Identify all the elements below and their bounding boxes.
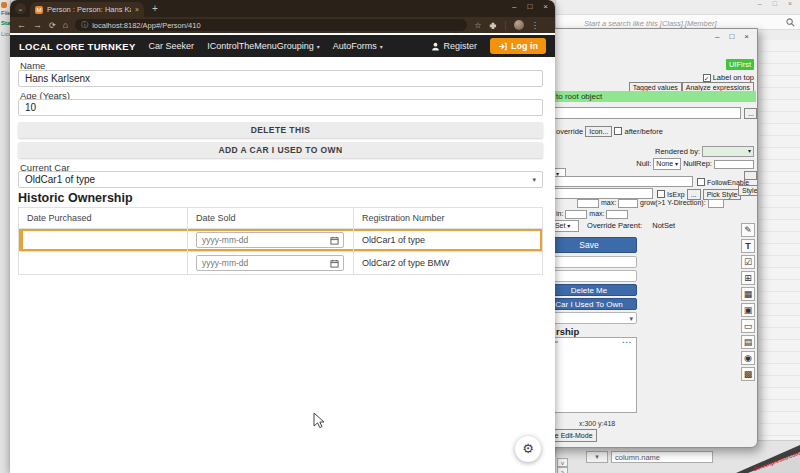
calendar-icon[interactable] (330, 236, 339, 245)
max-height-label: max: (589, 210, 604, 217)
designer-minimize-icon[interactable]: – (715, 32, 719, 41)
col-date-purchased: Date Purchased (19, 208, 188, 228)
model-tree-strip (759, 40, 800, 440)
calendar-icon[interactable] (330, 259, 339, 268)
after-before-checkbox[interactable] (614, 127, 622, 135)
grid-icon[interactable]: ▩ (741, 367, 755, 381)
label-on-top-checkbox[interactable]: ✓ (703, 74, 711, 82)
back-icon[interactable]: ← (17, 20, 26, 30)
tab-strip: ⌄ M Person : Person: Hans Karlsenx × + –… (10, 0, 555, 17)
camera-icon[interactable]: ◉ (741, 351, 755, 365)
home-icon[interactable]: ⌂ (63, 20, 68, 30)
bg-maximize-icon[interactable]: □ (773, 0, 777, 7)
avatar-icon[interactable]: ▣ (741, 303, 755, 317)
nullrep-input[interactable] (714, 160, 754, 169)
preview-input-1[interactable] (541, 256, 637, 268)
settings-fab[interactable]: ⚙ (515, 436, 541, 462)
null-dropdown[interactable]: None ▾ (653, 158, 681, 170)
tab-close-icon[interactable]: × (135, 6, 139, 13)
table-row[interactable]: OldCar1 of type (19, 228, 542, 251)
styles-button[interactable]: Styles (738, 185, 758, 196)
registration-cell: OldCar1 of type (354, 229, 542, 251)
add-row-icon[interactable]: ⊞ (741, 271, 755, 285)
browser-minimize-icon[interactable]: – (512, 2, 516, 11)
override-label: override (556, 127, 583, 136)
bg-minimize-icon[interactable]: – (758, 0, 762, 7)
min-height-label: in: (556, 210, 563, 217)
url-bar[interactable]: ⓘ localhost:8182/App#/Person/410 (75, 19, 467, 31)
button-icon[interactable]: ▭ (741, 319, 755, 333)
table-row[interactable]: OldCar2 of type BMW (19, 251, 542, 274)
bg-close-icon[interactable]: × (788, 0, 792, 7)
site-info-icon[interactable]: ⓘ (81, 20, 88, 30)
follow-enable-checkbox[interactable] (697, 178, 705, 186)
profile-avatar[interactable] (514, 20, 524, 30)
expression-input[interactable] (541, 107, 741, 119)
forward-icon[interactable]: → (33, 20, 42, 30)
browser-menu-icon[interactable]: ⋮ (531, 21, 539, 30)
reload-icon[interactable]: ⟳ (49, 21, 56, 30)
navbar-brand[interactable]: LOCAL CORE TURNKEY (19, 41, 136, 52)
grow-input[interactable] (708, 199, 724, 208)
grid-dropdown-cell[interactable]: ▾ (586, 451, 608, 463)
grid-expander-collapse[interactable]: v (557, 458, 568, 467)
image-icon[interactable]: ▤ (741, 335, 755, 349)
name-input[interactable] (18, 70, 543, 87)
add-car-button[interactable]: ADD A CAR I USED TO OWN (18, 142, 543, 158)
preview-car-used-button[interactable]: Car I Used To Own (541, 298, 637, 310)
designer-close-icon[interactable]: × (744, 32, 749, 41)
bookmark-star-icon[interactable]: ☆ (474, 21, 481, 30)
nav-item-autoforms[interactable]: AutoForms▾ (333, 41, 383, 51)
grid-expander-expand[interactable]: > (557, 467, 568, 473)
expression-ellipsis-button[interactable]: ... (744, 108, 757, 119)
age-input[interactable] (18, 99, 543, 116)
width-input[interactable] (577, 199, 599, 208)
max-height-input[interactable] (606, 210, 628, 219)
height-input[interactable] (565, 210, 587, 219)
list-more-button[interactable]: ... (622, 336, 632, 345)
date-sold-cell (188, 229, 354, 251)
column-name-cell[interactable]: column.name (611, 451, 713, 463)
max-width-label: max: (601, 199, 616, 206)
new-tab-button[interactable]: + (152, 3, 158, 14)
edit-icon[interactable]: ✎ (741, 223, 755, 237)
current-car-select[interactable]: OldCar1 of type ▾ (18, 171, 543, 188)
icon-button[interactable]: Icon... (585, 126, 612, 137)
app-navbar: LOCAL CORE TURNKEY Car Seeker IControlTh… (10, 35, 555, 57)
preview-delete-me-button[interactable]: Delete Me (541, 284, 637, 296)
root-object-bar: to root object (541, 91, 756, 102)
browser-tab[interactable]: M Person : Person: Hans Karlsenx × (30, 2, 144, 17)
rendered-by-dropdown[interactable]: ▾ (702, 146, 754, 157)
extensions-icon[interactable] (488, 21, 497, 30)
browser-maximize-icon[interactable]: □ (527, 2, 532, 11)
delete-this-button[interactable]: DELETE THIS (18, 122, 543, 138)
date-sold-input[interactable] (197, 256, 327, 270)
register-label: Register (443, 41, 477, 51)
preview-input-2[interactable] (541, 270, 637, 282)
style-input-1[interactable] (541, 176, 693, 187)
preview-ownership-heading: rship (556, 326, 579, 337)
favicon: M (35, 6, 43, 14)
text-icon[interactable]: T (741, 239, 755, 253)
override-parent-value: NotSet (652, 221, 675, 230)
nav-item-car-seeker[interactable]: Car Seeker (149, 41, 195, 51)
checkbox-icon[interactable]: ☑ (741, 255, 755, 269)
preview-save-button[interactable]: Save (541, 237, 637, 253)
style-input-2[interactable] (541, 188, 653, 199)
max-width-input[interactable] (618, 199, 638, 208)
tab-search-icon[interactable]: ⌄ (15, 3, 26, 14)
designer-maximize-icon[interactable]: □ (729, 32, 734, 41)
browser-close-icon[interactable]: × (543, 2, 548, 11)
date-sold-input[interactable] (197, 233, 327, 247)
calendar-icon[interactable]: ▦ (741, 287, 755, 301)
col-registration: Registration Number (354, 208, 542, 228)
blank-button[interactable] (744, 171, 757, 180)
login-button[interactable]: Log in (490, 38, 546, 54)
preview-dropdown[interactable]: ▾ (541, 312, 637, 324)
isexp-checkbox[interactable] (657, 190, 665, 198)
size-row-2: in: max: (556, 210, 628, 219)
nav-item-menu-grouping[interactable]: IControlTheMenuGrouping▾ (207, 41, 320, 51)
size-row-1: max: grow(>1 Y-Direction): (577, 199, 724, 208)
register-button[interactable]: Register (431, 41, 477, 51)
null-label: Null: (636, 159, 651, 168)
